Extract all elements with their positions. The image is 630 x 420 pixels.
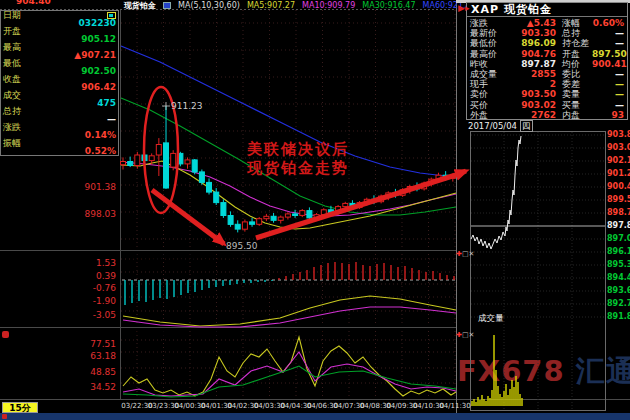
rsi3-value: RSI3:25.12 [300, 331, 346, 340]
sidebar-field-value: 0.52% [3, 147, 116, 155]
quote-value: 2 [503, 79, 556, 89]
quote-label: 持仓差 [556, 38, 592, 48]
ma-settings-label: MA(5,10,30,60) [178, 1, 240, 10]
macd-value: MACD:-1.78 [304, 253, 354, 262]
quote-value: — [592, 79, 624, 89]
weekday-badge: 四 [520, 120, 533, 132]
axis-tick-label: 901.38 [74, 183, 116, 192]
mini-axis-label: 903.85 [607, 131, 630, 139]
quote-label: 成交量 [470, 69, 503, 79]
mini-axis-label: 894.45 [607, 274, 630, 282]
trading-terminal: FX678 汇通网 911.23895.50美联储决议后现货铂金走势 904.4… [0, 0, 630, 420]
mini-axis-label: 897.87 [607, 222, 630, 230]
quote-panel: XAP 现货铂金 涨跌▲5.43涨幅0.60%最新价903.30总持—最低价89… [466, 2, 628, 120]
quote-row: 成交量2855委比— [470, 69, 624, 79]
rsi-pane-controls[interactable]: ✚□✕ [456, 332, 478, 339]
detach-window-icon[interactable] [107, 12, 116, 19]
rsi1-value: RSI1:22.37 [191, 331, 237, 340]
mini-axis-label: 902.14 [607, 157, 630, 165]
macd-diff: DIFF:-4.06 [203, 253, 246, 262]
axis-tick-label: 77.51 [74, 340, 116, 349]
trade-date: 2017/05/04 [468, 121, 517, 131]
quote-value: 896.09 [503, 38, 556, 48]
mini-axis-label: 899.58 [607, 196, 630, 204]
quote-row: 最低价896.09持仓差— [470, 38, 624, 48]
pane-close-icon[interactable]: ✕ [469, 250, 475, 258]
mini-axis-label: 893.60 [607, 287, 630, 295]
pane-close-icon[interactable]: ✕ [469, 331, 475, 339]
ma30-value: MA30:916.47 [362, 1, 415, 10]
partial-price: 904.40 [16, 0, 51, 8]
mini-axis-label: 891.89 [607, 313, 630, 321]
axis-tick-label: -0.76 [74, 284, 116, 293]
quote-row: 卖价903.50卖量— [470, 89, 624, 99]
quote-label: 卖量 [556, 89, 592, 99]
quote-label: 总持 [556, 28, 592, 38]
quote-label: 涨跌 [470, 18, 503, 28]
quote-label: 买价 [470, 100, 503, 110]
time-axis: 03/22:3003/23:3004/00:3004/01:3004/02:30… [0, 401, 630, 412]
status-icon [2, 414, 7, 419]
mini-axis-label: 896.16 [607, 248, 630, 256]
quote-value: — [592, 38, 624, 48]
macd-header: MACD(26,12,9) DIFF:-4.06 DEA:-3.17 MACD:… [130, 253, 354, 262]
quote-label: 内盘 [556, 110, 592, 120]
quote-value: 903.02 [503, 100, 556, 110]
quote-label: 现手 [470, 79, 503, 89]
svg-text:911.23: 911.23 [171, 101, 203, 111]
pane-maximize-icon[interactable]: □ [462, 250, 469, 258]
quote-value: ▲5.43 [503, 18, 556, 28]
partial-price-text: 904.40 [16, 0, 51, 6]
quote-row: 涨跌▲5.43涨幅0.60% [470, 18, 624, 28]
macd-pane-controls[interactable]: ✚□✕ [456, 251, 478, 258]
axis-tick-label: 48.85 [74, 368, 116, 377]
chart-title: 现货铂金 [124, 1, 156, 10]
mini-axis-label: 898.72 [607, 209, 630, 217]
panel-flag-icon[interactable]: ▶▸ [458, 4, 469, 13]
quote-value: 897.50 [592, 49, 627, 59]
rsi-title: RSI(6,12,24) [130, 331, 183, 340]
date-row: 2017/05/04四 [468, 121, 533, 131]
rsi-header: RSI(6,12,24) RSI1:22.37 RSI2:22.42 RSI3:… [130, 331, 346, 340]
mini-axis-label: 892.74 [607, 300, 630, 308]
axis-tick-label: 1.53 [74, 259, 116, 268]
quote-label: 买量 [556, 100, 592, 110]
axis-tick-label: 0.39 [74, 272, 116, 281]
axis-tick-label: 63.18 [74, 352, 116, 361]
quote-label: 开盘 [556, 49, 592, 59]
svg-text:现货铂金走势: 现货铂金走势 [246, 159, 349, 177]
quote-value: 903.50 [503, 89, 556, 99]
quote-label: 最高价 [470, 49, 503, 59]
quote-label: 最新价 [470, 28, 503, 38]
axis-tick-label: 898.03 [74, 210, 116, 219]
svg-text:美联储决议后: 美联储决议后 [246, 140, 349, 158]
quote-row: 买价903.02买量— [470, 100, 624, 110]
quote-row: 最新价903.30总持— [470, 28, 624, 38]
pane-maximize-icon[interactable]: □ [462, 331, 469, 339]
mini-axis-label: 897.02 [607, 235, 630, 243]
axis-tick-label: -3.05 [74, 311, 116, 320]
mini-axis-label: 895.31 [607, 261, 630, 269]
quote-value: 2855 [503, 69, 556, 79]
quote-row: 最高价904.76开盘897.50 [470, 49, 624, 59]
quote-row: 昨收897.87均价900.41 [470, 59, 624, 69]
quote-value: 2762 [503, 110, 556, 120]
indicator-marker-icon[interactable] [2, 331, 9, 338]
period-button[interactable]: 15分 [2, 402, 38, 413]
quote-value: — [592, 89, 624, 99]
quote-value: — [592, 69, 624, 79]
quote-label: 委差 [556, 79, 592, 89]
ma5-value: MA5:907.27 [247, 1, 295, 10]
main-chart-header: 现货铂金 MA(5,10,30,60) MA5:907.27 MA10:909.… [124, 0, 476, 10]
quote-row: 现手2委差— [470, 79, 624, 89]
time-tick-label: 04/11:30 [437, 402, 473, 411]
quote-panel-title: XAP 现货铂金 [467, 3, 627, 17]
svg-text:895.50: 895.50 [226, 241, 258, 251]
sidebar-field-label: 总持 [3, 107, 116, 115]
status-strip [0, 413, 630, 420]
indicator-settings-icon[interactable] [163, 2, 171, 9]
quote-label: 卖价 [470, 89, 503, 99]
quote-value: 0.60% [592, 18, 624, 28]
quote-sidebar: 日期032230开盘905.12最高▲907.21最低902.50收盘906.4… [0, 10, 119, 156]
macd-dea: DEA:-3.17 [254, 253, 296, 262]
